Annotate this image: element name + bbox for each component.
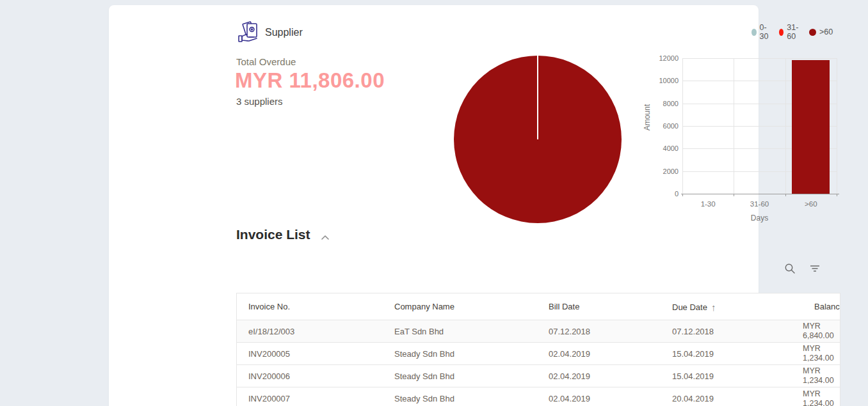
cell-company: Steady Sdn Bhd xyxy=(383,394,537,403)
gridline-v xyxy=(734,58,734,194)
column-header-label: Company Name xyxy=(394,302,454,311)
x-axis-tick-label: 1-30 xyxy=(682,200,734,208)
x-axis-title: Days xyxy=(682,214,837,223)
cell-company: Steady Sdn Bhd xyxy=(383,349,537,359)
page-title: Supplier xyxy=(265,27,303,38)
legend-item->60: >60 xyxy=(809,27,833,36)
cell-company: Steady Sdn Bhd xyxy=(383,371,537,381)
y-axis-tick-label: 4000 xyxy=(650,144,679,152)
y-axis-title: Amount xyxy=(643,104,652,130)
balance-amount: 6,840.00 xyxy=(803,331,840,341)
table-row[interactable]: INV200007Steady Sdn Bhd02.04.201920.04.2… xyxy=(237,387,840,406)
cell-balance: MYR1,234.00 xyxy=(803,344,840,363)
cell-due_date: 15.04.2019 xyxy=(661,349,803,359)
invoice-list-title: Invoice List xyxy=(236,227,310,242)
balance-currency: MYR xyxy=(803,344,840,354)
table-header-row: Invoice No.Company NameBill DateDue Date… xyxy=(237,293,840,320)
legend-label: 31-60 xyxy=(787,23,801,41)
column-header-company[interactable]: Company Name xyxy=(383,302,537,311)
cell-bill_date: 02.04.2019 xyxy=(537,394,661,403)
y-axis-tick-label: 12000 xyxy=(650,54,679,62)
y-axis-tick-label: 2000 xyxy=(650,168,679,175)
legend-dot-icon xyxy=(809,29,816,36)
legend-label: >60 xyxy=(819,27,833,36)
cell-balance: MYR1,234.00 xyxy=(803,389,840,406)
x-axis-line xyxy=(681,194,839,194)
balance-currency: MYR xyxy=(803,389,840,399)
legend-item-0-30: 0-30 xyxy=(751,23,771,41)
dashboard-stage: Supplier 0-3031-60>60 Total Overdue MYR … xyxy=(0,0,868,406)
filter-icon[interactable] xyxy=(810,265,820,272)
bar->60[interactable] xyxy=(792,60,830,194)
legend-label: 0-30 xyxy=(760,23,771,41)
gridline-h xyxy=(682,58,837,59)
supplier-card: Supplier 0-3031-60>60 Total Overdue MYR … xyxy=(109,5,759,406)
cell-balance: MYR1,234.00 xyxy=(803,366,840,386)
cell-invoice_no: INV200005 xyxy=(237,349,383,359)
overdue-pie-chart[interactable] xyxy=(454,56,622,223)
column-header-due_date[interactable]: Due Date↑ xyxy=(661,301,803,312)
gridline-v xyxy=(785,58,786,194)
cell-due_date: 20.04.2019 xyxy=(661,394,803,403)
column-header-label: Bill Date xyxy=(549,302,579,311)
column-header-label: Invoice No. xyxy=(248,302,290,311)
invoice-table: Invoice No.Company NameBill DateDue Date… xyxy=(236,293,840,406)
cell-invoice_no: INV200007 xyxy=(237,394,383,403)
column-header-label: Balance xyxy=(814,302,840,311)
column-header-label: Due Date xyxy=(672,302,707,312)
x-axis-tick-label: 31-60 xyxy=(734,200,785,208)
cell-company: EaT Sdn Bhd xyxy=(383,327,537,336)
column-header-balance[interactable]: Balance xyxy=(803,302,840,311)
y-axis-tick-label: 10000 xyxy=(650,77,679,84)
chevron-up-icon[interactable] xyxy=(321,234,330,242)
legend-dot-icon xyxy=(751,29,757,36)
column-header-invoice_no[interactable]: Invoice No. xyxy=(237,302,383,311)
money-hand-icon xyxy=(236,20,262,45)
cell-due_date: 07.12.2018 xyxy=(661,327,803,336)
y-axis-tick-label: 6000 xyxy=(650,122,679,130)
legend-dot-icon xyxy=(779,29,784,36)
cell-due_date: 15.04.2019 xyxy=(661,371,803,381)
balance-amount: 1,234.00 xyxy=(803,354,840,363)
legend-item-31-60: 31-60 xyxy=(779,23,801,41)
supplier-count: 3 suppliers xyxy=(236,96,283,107)
pie-slice-divider xyxy=(537,56,538,139)
overdue-bar-chart[interactable]: 0200040006000800010000120001-3031-60>60A… xyxy=(682,58,837,194)
balance-amount: 1,234.00 xyxy=(803,399,840,406)
cell-bill_date: 07.12.2018 xyxy=(537,327,661,336)
arrow-up-icon[interactable]: ↑ xyxy=(711,302,716,312)
cell-invoice_no: eI/18/12/003 xyxy=(237,327,383,336)
chart-legend: 0-3031-60>60 xyxy=(751,23,833,41)
y-axis-tick-label: 0 xyxy=(650,190,679,198)
gridline-v xyxy=(682,58,683,194)
cell-invoice_no: INV200006 xyxy=(237,371,383,381)
balance-currency: MYR xyxy=(803,366,840,376)
cell-bill_date: 02.04.2019 xyxy=(537,349,661,359)
total-overdue-amount: MYR 11,806.00 xyxy=(235,68,385,93)
search-icon[interactable] xyxy=(784,263,796,274)
table-row[interactable]: INV200005Steady Sdn Bhd02.04.201915.04.2… xyxy=(237,343,840,365)
table-row[interactable]: eI/18/12/003EaT Sdn Bhd07.12.201807.12.2… xyxy=(237,320,840,343)
balance-currency: MYR xyxy=(803,322,840,331)
cell-balance: MYR6,840.00 xyxy=(803,322,840,341)
gridline-v xyxy=(837,58,837,194)
column-header-bill_date[interactable]: Bill Date xyxy=(537,302,661,311)
x-axis-tick-label: >60 xyxy=(785,200,837,208)
cell-bill_date: 02.04.2019 xyxy=(537,371,661,381)
table-row[interactable]: INV200006Steady Sdn Bhd02.04.201915.04.2… xyxy=(237,365,840,387)
balance-amount: 1,234.00 xyxy=(803,376,840,386)
total-overdue-label: Total Overdue xyxy=(236,56,296,67)
y-axis-tick-label: 8000 xyxy=(650,100,679,107)
